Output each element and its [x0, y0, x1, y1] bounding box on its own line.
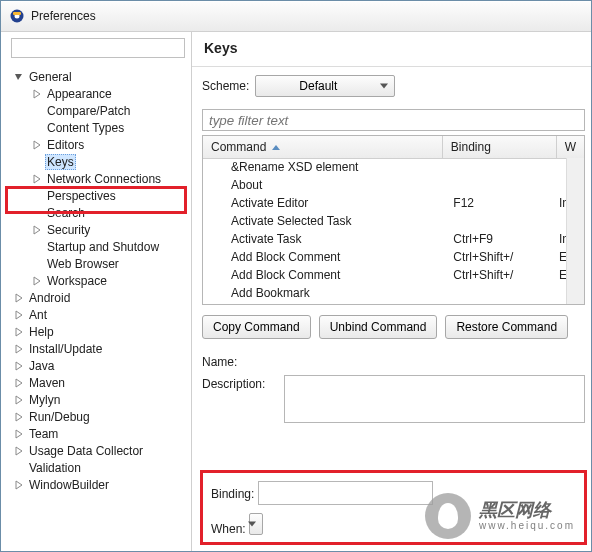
chevron-right-icon[interactable] [31, 224, 43, 236]
binding-input[interactable] [258, 481, 433, 505]
cell-command: Activate Selected Task [203, 214, 445, 228]
table-row[interactable]: Add Block CommentCtrl+Shift+/Ed [203, 266, 567, 284]
cell-binding: F12 [445, 196, 551, 210]
scheme-combo[interactable]: Default [255, 75, 395, 97]
chevron-right-icon[interactable] [13, 309, 25, 321]
preferences-window: Preferences GeneralAppearanceCompare/Pat… [0, 0, 592, 552]
table-row[interactable]: Add Block CommentCtrl+Shift+/Ed [203, 248, 567, 266]
table-scrollbar[interactable] [566, 158, 584, 304]
table-row[interactable]: &Rename XSD element [203, 158, 567, 176]
cell-command: &Rename XSD element [203, 160, 445, 174]
commands-filter-input[interactable] [202, 109, 585, 131]
tree-item-label: Java [27, 359, 56, 373]
table-row[interactable]: Activate Selected Task [203, 212, 567, 230]
unbind-command-button[interactable]: Unbind Command [319, 315, 438, 339]
tree-item-label: Mylyn [27, 393, 62, 407]
tree-item[interactable]: Team [1, 425, 191, 442]
chevron-right-icon[interactable] [31, 173, 43, 185]
chevron-right-icon[interactable] [13, 360, 25, 372]
restore-command-button[interactable]: Restore Command [445, 315, 568, 339]
tree-item-label: Workspace [45, 274, 109, 288]
chevron-right-icon[interactable] [13, 428, 25, 440]
chevron-right-icon[interactable] [31, 275, 43, 287]
commands-table[interactable]: Command Binding W &Rename XSD elementAbo… [202, 135, 585, 305]
cell-when: Ed [551, 268, 567, 282]
tree-spacer [31, 258, 43, 270]
tree-item[interactable]: General [1, 68, 191, 85]
tree-item[interactable]: Ant [1, 306, 191, 323]
tree-item[interactable]: Maven [1, 374, 191, 391]
tree-item[interactable]: Usage Data Collector [1, 442, 191, 459]
description-box [284, 375, 585, 423]
chevron-down-icon[interactable] [13, 71, 25, 83]
cell-command: Add Block Comment [203, 250, 445, 264]
tree-item[interactable]: Security [1, 221, 191, 238]
tree-item[interactable]: Web Browser [1, 255, 191, 272]
tree-item[interactable]: Java [1, 357, 191, 374]
tree-item[interactable]: WindowBuilder [1, 476, 191, 493]
chevron-right-icon[interactable] [13, 326, 25, 338]
preferences-tree[interactable]: GeneralAppearanceCompare/PatchContent Ty… [1, 64, 191, 493]
tree-item[interactable]: Network Connections [1, 170, 191, 187]
table-row[interactable]: Activate TaskCtrl+F9In [203, 230, 567, 248]
tree-item[interactable]: Appearance [1, 85, 191, 102]
tree-item[interactable]: Content Types [1, 119, 191, 136]
description-label: Description: [202, 375, 276, 391]
tree-item[interactable]: Install/Update [1, 340, 191, 357]
chevron-right-icon[interactable] [13, 411, 25, 423]
cell-when: Ed [551, 250, 567, 264]
chevron-right-icon[interactable] [13, 479, 25, 491]
titlebar[interactable]: Preferences [1, 1, 591, 32]
table-row[interactable]: Activate EditorF12In [203, 194, 567, 212]
tree-item[interactable]: Search [1, 204, 191, 221]
tree-item-label: Content Types [45, 121, 126, 135]
binding-section: Binding: When: [200, 470, 587, 545]
tree-item-label: Ant [27, 308, 49, 322]
tree-item[interactable]: Startup and Shutdow [1, 238, 191, 255]
cell-binding: Ctrl+F9 [445, 232, 551, 246]
tree-item-label: Compare/Patch [45, 104, 132, 118]
when-combo[interactable] [249, 513, 263, 535]
col-command[interactable]: Command [203, 136, 443, 158]
chevron-right-icon[interactable] [13, 394, 25, 406]
tree-item-label: Security [45, 223, 92, 237]
chevron-right-icon[interactable] [13, 292, 25, 304]
tree-item-label: Search [45, 206, 87, 220]
main-pane: Keys Scheme: Default Command [192, 32, 591, 551]
col-when[interactable]: W [557, 136, 584, 158]
tree-item[interactable]: Editors [1, 136, 191, 153]
tree-item-label: Network Connections [45, 172, 163, 186]
tree-item[interactable]: Android [1, 289, 191, 306]
tree-item-label: Web Browser [45, 257, 121, 271]
copy-command-button[interactable]: Copy Command [202, 315, 311, 339]
sidebar-filter-input[interactable] [11, 38, 185, 58]
chevron-right-icon[interactable] [31, 88, 43, 100]
tree-item[interactable]: Validation [1, 459, 191, 476]
cell-command: Activate Task [203, 232, 445, 246]
chevron-right-icon[interactable] [13, 445, 25, 457]
tree-item[interactable]: Workspace [1, 272, 191, 289]
tree-item[interactable]: Perspectives [1, 187, 191, 204]
col-binding[interactable]: Binding [443, 136, 557, 158]
tree-item[interactable]: Keys [1, 153, 191, 170]
tree-spacer [31, 122, 43, 134]
sidebar: GeneralAppearanceCompare/PatchContent Ty… [1, 32, 192, 551]
tree-spacer [31, 241, 43, 253]
tree-item[interactable]: Help [1, 323, 191, 340]
tree-item[interactable]: Run/Debug [1, 408, 191, 425]
scheme-label: Scheme: [202, 79, 249, 93]
tree-item-label: General [27, 70, 74, 84]
sort-asc-icon [272, 145, 280, 150]
tree-item-label: Android [27, 291, 72, 305]
chevron-right-icon[interactable] [13, 377, 25, 389]
tree-spacer [31, 190, 43, 202]
cell-binding: Ctrl+Shift+/ [445, 250, 551, 264]
table-row[interactable]: About [203, 176, 567, 194]
chevron-right-icon[interactable] [31, 139, 43, 151]
chevron-right-icon[interactable] [13, 343, 25, 355]
table-row[interactable]: Add Bookmark [203, 284, 567, 302]
tree-item[interactable]: Compare/Patch [1, 102, 191, 119]
table-header[interactable]: Command Binding W [203, 136, 584, 159]
tree-item-label: Team [27, 427, 60, 441]
tree-item[interactable]: Mylyn [1, 391, 191, 408]
